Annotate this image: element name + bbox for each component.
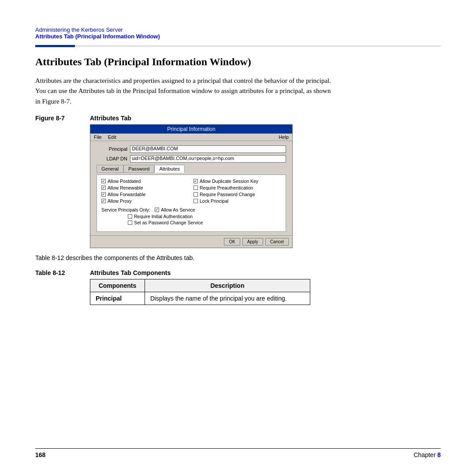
window-buttons: OK Apply Cancel	[90, 235, 292, 248]
cb-label-allow-duplicate-session-key: Allow Duplicate Session Key	[200, 178, 258, 184]
cb-require-password-change	[193, 192, 198, 197]
table-number: Table 8-12	[35, 269, 79, 276]
principal-field-row: Principal DEER@BAMBI.COM	[97, 145, 286, 153]
cb-label-allow-forwardable: Allow Forwardable	[108, 192, 145, 197]
col-description: Description	[145, 279, 310, 292]
checkbox-allow-renewable[interactable]: Allow Renewable	[101, 185, 189, 190]
service-label: Service Principals Only:	[101, 207, 150, 212]
menu-help[interactable]: Help	[279, 134, 289, 140]
cb-label-lock-principal: Lock Principal	[200, 198, 228, 204]
tab-password[interactable]: Password	[123, 165, 154, 173]
checkbox-lock-principal[interactable]: Lock Principal	[193, 198, 281, 204]
cb-allow-postdated	[101, 179, 106, 183]
cb-lock-principal	[193, 199, 198, 203]
data-table: Components Description Principal Display…	[90, 279, 310, 305]
menu-file[interactable]: File	[94, 134, 102, 140]
tab-content: Allow Postdated Allow Duplicate Session …	[97, 175, 286, 232]
checkbox-require-password-change[interactable]: Require Password Change	[193, 192, 281, 197]
table-label: Table 8-12 Attributes Tab Components	[35, 269, 441, 276]
body-text: Attributes are the characteristics and p…	[35, 76, 335, 107]
table-header-row: Components Description	[90, 279, 310, 292]
figure-label: Figure 8-7 Attributes Tab	[35, 115, 441, 122]
cell-description-principal: Displays the name of the principal you a…	[145, 292, 310, 305]
table-title: Attributes Tab Components	[90, 269, 171, 276]
tab-general[interactable]: General	[97, 165, 123, 173]
window-frame: Principal Information File Edit Help Pri…	[90, 124, 293, 248]
checkbox-set-as-pw-change[interactable]: Set as Password Change Service	[128, 220, 281, 225]
ldapdn-label: LDAP DN	[97, 156, 127, 161]
checkbox-allow-forwardable[interactable]: Allow Forwardable	[101, 192, 189, 197]
breadcrumb-line1: Administering the Kerberos Server	[35, 26, 441, 33]
cb-label-allow-as-service: Allow As Service	[161, 207, 195, 212]
cb-label-allow-proxy: Allow Proxy	[108, 198, 132, 204]
cb-label-set-as-pw-change: Set as Password Change Service	[134, 220, 203, 225]
checkbox-allow-as-service[interactable]: Allow As Service	[155, 207, 195, 212]
footer-chapter-label: Chapter	[414, 451, 436, 458]
cb-allow-forwardable	[101, 192, 106, 197]
window-titlebar: Principal Information	[90, 125, 292, 134]
page-footer: 168 Chapter 8	[35, 448, 441, 458]
checkbox-grid: Allow Postdated Allow Duplicate Session …	[101, 178, 281, 204]
screenshot-wrapper: Principal Information File Edit Help Pri…	[90, 124, 441, 248]
footer-chapter: Chapter 8	[414, 451, 441, 458]
header-rule	[35, 45, 441, 47]
cb-label-require-initial-auth: Require Initial Authentication	[134, 214, 193, 219]
checkbox-allow-proxy[interactable]: Allow Proxy	[101, 198, 189, 204]
cell-component-principal: Principal	[90, 292, 145, 305]
cb-allow-renewable	[101, 186, 106, 190]
window-content: Principal DEER@BAMBI.COM LDAP DN uid=DEE…	[90, 141, 292, 235]
rule-blue	[35, 45, 75, 47]
tabs-row: General Password Attributes	[97, 165, 286, 173]
cb-label-require-preauthentication: Require Preauthentication	[200, 185, 253, 190]
section-title: Attributes Tab (Principal Information Wi…	[35, 55, 441, 69]
checkbox-allow-postdated[interactable]: Allow Postdated	[101, 178, 189, 184]
menu-edit[interactable]: Edit	[108, 134, 116, 140]
btn-cancel[interactable]: Cancel	[265, 238, 289, 245]
footer-chapter-num: 8	[437, 451, 441, 458]
cb-require-initial-auth	[128, 214, 132, 219]
ldapdn-input[interactable]: uid=DEER@BAMBI.COM,ou=people,o=hp.com	[130, 155, 286, 163]
ldapdn-field-row: LDAP DN uid=DEER@BAMBI.COM,ou=people,o=h…	[97, 155, 286, 163]
table-row: Principal Displays the name of the princ…	[90, 292, 310, 305]
principal-label: Principal	[97, 146, 127, 152]
rule-gray	[75, 46, 441, 46]
breadcrumb: Administering the Kerberos Server Attrib…	[35, 26, 441, 40]
tab-attributes[interactable]: Attributes	[154, 165, 184, 173]
window-menubar-left: File Edit	[94, 134, 116, 140]
cb-label-require-password-change: Require Password Change	[200, 192, 255, 197]
page: Administering the Kerberos Server Attrib…	[0, 0, 476, 476]
cb-allow-as-service	[155, 208, 159, 212]
cb-allow-duplicate-session-key	[193, 179, 198, 183]
service-checkboxes: Require Initial Authentication Set as Pa…	[128, 214, 281, 225]
checkbox-require-preauthentication[interactable]: Require Preauthentication	[193, 185, 281, 190]
figure-title: Attributes Tab	[90, 115, 131, 122]
breadcrumb-line2: Attributes Tab (Principal Information Wi…	[35, 33, 441, 40]
cb-label-allow-postdated: Allow Postdated	[108, 178, 141, 184]
cb-set-as-pw-change	[128, 220, 132, 225]
window-menubar: File Edit Help	[90, 134, 292, 141]
cb-label-allow-renewable: Allow Renewable	[108, 185, 143, 190]
cb-require-preauthentication	[193, 186, 198, 190]
cb-allow-proxy	[101, 199, 106, 203]
figure-number: Figure 8-7	[35, 115, 79, 122]
btn-ok[interactable]: OK	[224, 238, 240, 245]
checkbox-require-initial-auth[interactable]: Require Initial Authentication	[128, 214, 281, 219]
service-principals-row: Service Principals Only: Allow As Servic…	[101, 207, 281, 212]
figure-caption: Table 8-12 describes the components of t…	[35, 254, 441, 261]
principal-input[interactable]: DEER@BAMBI.COM	[130, 145, 286, 153]
btn-apply[interactable]: Apply	[242, 238, 263, 245]
footer-page-number: 168	[35, 451, 45, 458]
col-components: Components	[90, 279, 145, 292]
checkbox-allow-duplicate-session-key[interactable]: Allow Duplicate Session Key	[193, 178, 281, 184]
